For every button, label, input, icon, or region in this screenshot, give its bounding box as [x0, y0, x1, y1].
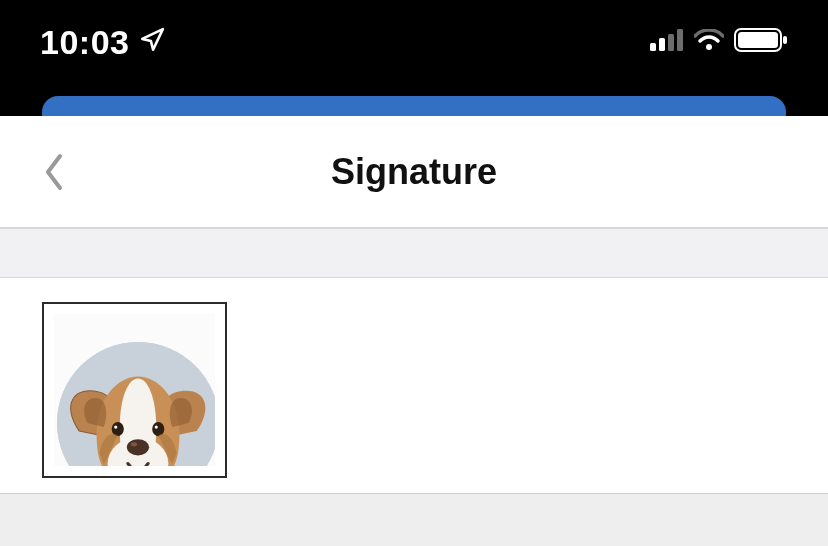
wifi-icon	[694, 29, 724, 55]
thumbnail-inner	[54, 314, 215, 466]
signature-thumbnail[interactable]	[42, 302, 227, 478]
page-title: Signature	[331, 151, 497, 193]
sheet-header: Signature	[0, 116, 828, 228]
svg-point-14	[152, 422, 164, 436]
svg-rect-2	[659, 38, 665, 51]
location-icon	[139, 27, 165, 57]
svg-rect-7	[738, 32, 778, 48]
dog-illustration	[57, 342, 215, 466]
back-button[interactable]	[34, 142, 74, 202]
svg-point-15	[114, 425, 117, 428]
battery-icon	[734, 28, 788, 56]
svg-point-11	[127, 439, 149, 455]
svg-rect-3	[668, 34, 674, 51]
section-gap	[0, 228, 828, 278]
svg-rect-4	[677, 29, 683, 51]
avatar-circle	[57, 342, 215, 466]
footer-gap	[0, 494, 828, 546]
svg-marker-0	[143, 29, 164, 50]
svg-point-16	[155, 425, 158, 428]
svg-point-5	[706, 44, 712, 50]
svg-rect-1	[650, 43, 656, 51]
signature-content	[0, 278, 828, 494]
svg-point-12	[131, 442, 137, 446]
modal-sheet: Signature	[0, 116, 828, 546]
status-time: 10:03	[40, 23, 129, 62]
status-left: 10:03	[40, 23, 165, 62]
status-area: 10:03	[0, 0, 828, 116]
status-right	[650, 28, 788, 56]
cellular-icon	[650, 29, 684, 55]
svg-point-13	[112, 422, 124, 436]
svg-rect-8	[783, 36, 787, 44]
status-bar: 10:03	[0, 0, 828, 84]
